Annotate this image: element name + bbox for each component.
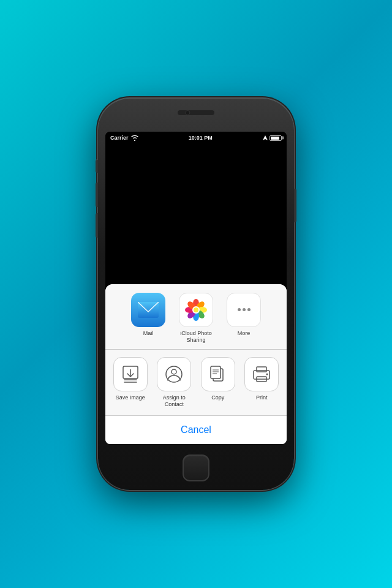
save-image-icon	[122, 365, 139, 383]
action-save-image[interactable]: Save Image	[110, 357, 151, 401]
photos-icon	[184, 298, 208, 322]
mute-button	[96, 159, 98, 173]
share-sheet-overlay: Mail	[105, 132, 287, 444]
assign-contact-icon-wrap	[157, 357, 191, 391]
volume-down-button	[96, 213, 98, 238]
save-image-label: Save Image	[116, 394, 145, 401]
svg-point-17	[172, 369, 176, 374]
more-dots-icon	[238, 308, 251, 311]
more-icon-wrap	[227, 293, 261, 327]
photos-icon-wrap	[179, 293, 213, 327]
copy-icon	[209, 365, 227, 383]
cancel-button[interactable]: Cancel	[105, 416, 287, 444]
screen-area: Carrier 10:01 PM	[105, 132, 287, 444]
print-icon-wrap	[244, 357, 279, 391]
svg-point-11	[194, 307, 198, 312]
print-icon	[252, 366, 271, 383]
action-assign-contact[interactable]: Assign to Contact	[154, 357, 195, 408]
share-item-photos[interactable]: iCloud Photo Sharing	[174, 293, 218, 344]
cancel-row: Cancel	[105, 416, 287, 444]
copy-label: Copy	[211, 394, 224, 401]
more-label: More	[238, 330, 251, 337]
save-image-icon-wrap	[113, 357, 148, 391]
screen: Carrier 10:01 PM	[105, 132, 287, 444]
print-label: Print	[256, 394, 268, 401]
share-targets-row: Mail	[105, 284, 287, 350]
svg-rect-19	[211, 366, 221, 379]
mail-icon-wrap	[131, 293, 165, 327]
front-camera	[185, 110, 190, 115]
speaker	[178, 110, 214, 115]
svg-point-26	[266, 374, 268, 375]
mail-icon	[138, 302, 159, 318]
share-item-mail[interactable]: Mail	[126, 293, 170, 337]
power-button	[294, 189, 296, 222]
assign-contact-label: Assign to Contact	[154, 394, 195, 408]
volume-up-button	[96, 183, 98, 207]
mail-label: Mail	[143, 330, 154, 337]
share-sheet: Mail	[105, 284, 287, 444]
copy-icon-wrap	[201, 357, 235, 391]
action-print[interactable]: Print	[242, 357, 282, 401]
assign-contact-icon	[165, 365, 183, 383]
phone-outer: Carrier 10:01 PM	[98, 98, 294, 490]
action-buttons-row: Save Image Assign to Cont	[105, 350, 287, 416]
action-copy[interactable]: Copy	[198, 357, 238, 401]
share-item-more[interactable]: More	[222, 293, 266, 337]
home-button[interactable]	[183, 454, 209, 481]
photos-label: iCloud Photo Sharing	[174, 330, 218, 344]
svg-rect-24	[257, 367, 266, 372]
